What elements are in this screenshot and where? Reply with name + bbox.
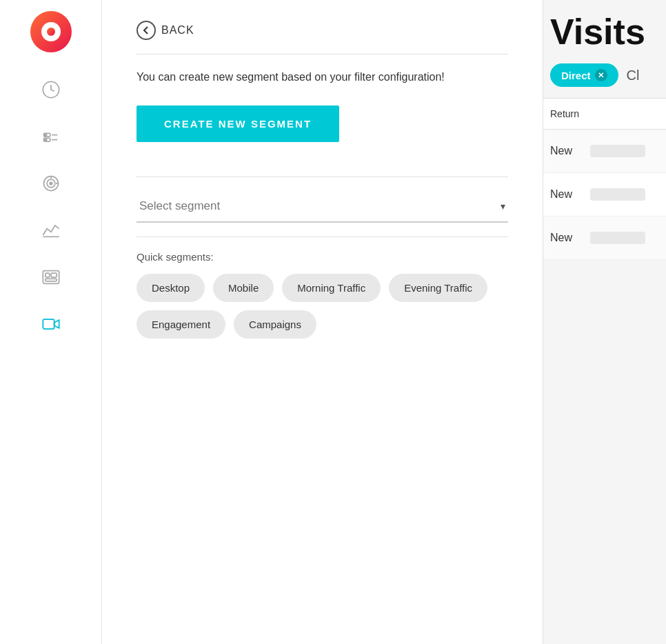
svg-point-9 — [50, 182, 52, 185]
table-row: New — [536, 130, 666, 173]
segment-chips: Desktop Mobile Morning Traffic Evening T… — [137, 274, 508, 339]
select-segment-label: Select segment — [139, 199, 220, 213]
divider-top — [137, 54, 508, 54]
info-text: You can create new segment based on your… — [137, 68, 508, 86]
filter-chip-direct-remove[interactable]: ✕ — [595, 69, 607, 81]
chip-morning-traffic[interactable]: Morning Traffic — [282, 274, 381, 302]
svg-rect-16 — [45, 279, 56, 281]
back-icon — [137, 21, 156, 40]
sidebar-item-users[interactable] — [41, 127, 61, 146]
filter-chip-direct[interactable]: Direct ✕ — [550, 63, 618, 87]
sidebar — [0, 0, 102, 644]
select-segment-container: Select segment ▾ — [137, 191, 508, 223]
sidebar-nav — [41, 80, 61, 644]
chip-mobile[interactable]: Mobile — [213, 274, 274, 302]
logo-inner — [41, 22, 61, 41]
table-header-value — [584, 108, 652, 119]
back-label: BACK — [161, 24, 194, 37]
segment-panel: BACK You can create new segment based on… — [102, 0, 543, 644]
create-segment-button[interactable]: CREATE NEW SEGMENT — [137, 105, 339, 142]
svg-point-5 — [44, 134, 47, 137]
table-cell-type-1: New — [550, 145, 590, 157]
table-cell-value-1 — [590, 145, 645, 157]
back-button[interactable]: BACK — [137, 21, 508, 40]
chip-engagement[interactable]: Engagement — [137, 310, 225, 339]
svg-point-6 — [44, 139, 47, 141]
sidebar-item-goals[interactable] — [41, 174, 61, 193]
table-row: New — [536, 173, 666, 217]
filter-more-label: Cl — [627, 68, 640, 83]
sidebar-item-media[interactable] — [41, 268, 61, 287]
table-cell-value-2 — [590, 188, 645, 201]
sidebar-item-dashboard[interactable] — [41, 80, 61, 99]
sidebar-item-funnels[interactable] — [41, 221, 61, 240]
quick-segments-title: Quick segments: — [137, 251, 508, 263]
filter-chips: Direct ✕ Cl — [536, 57, 666, 98]
svg-rect-15 — [51, 273, 57, 277]
sidebar-logo[interactable] — [30, 11, 72, 52]
table-row: New — [536, 217, 666, 260]
table-header-return: Return — [550, 108, 584, 119]
page-title: Visits — [536, 0, 666, 57]
table-cell-value-3 — [590, 232, 645, 244]
svg-rect-17 — [43, 319, 54, 329]
main-content: BACK You can create new segment based on… — [102, 0, 666, 644]
table-cell-type-2: New — [550, 188, 590, 201]
filter-chip-direct-label: Direct — [561, 70, 591, 81]
logo-dot — [47, 28, 55, 36]
table-header: Return — [536, 98, 666, 130]
chevron-down-icon: ▾ — [501, 201, 505, 212]
divider-bottom — [137, 237, 508, 237]
right-panel: Visits Direct ✕ Cl Return New New New — [536, 0, 666, 644]
svg-rect-14 — [45, 273, 49, 277]
select-segment[interactable]: Select segment ▾ — [137, 191, 508, 223]
chip-evening-traffic[interactable]: Evening Traffic — [389, 274, 487, 302]
divider-middle — [137, 177, 508, 177]
table-cell-type-3: New — [550, 232, 590, 244]
chip-desktop[interactable]: Desktop — [137, 274, 205, 302]
chip-campaigns[interactable]: Campaigns — [234, 310, 316, 339]
sidebar-item-video[interactable] — [41, 314, 61, 334]
